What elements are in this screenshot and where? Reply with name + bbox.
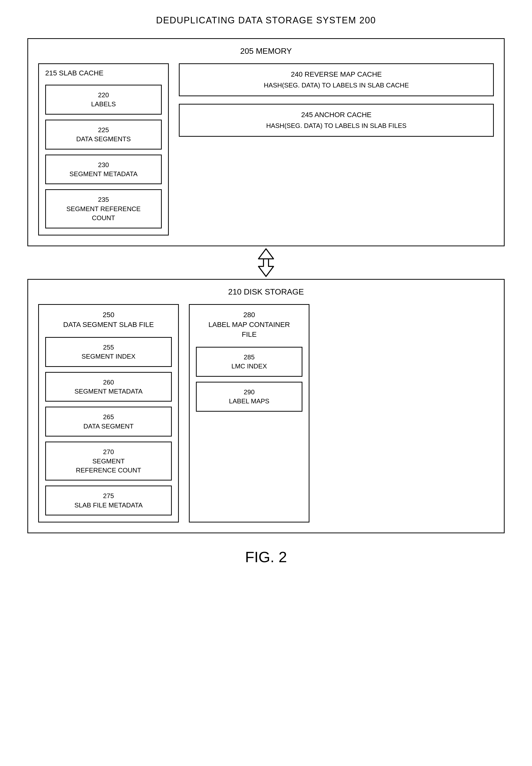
label-map-label: 280 LABEL MAP CONTAINER FILE: [196, 310, 302, 339]
label-map-box: 280 LABEL MAP CONTAINER FILE 285 LMC IND…: [189, 304, 309, 523]
slab-item-220: 220 LABELS: [45, 85, 162, 115]
bidirectional-arrow-icon: [251, 247, 281, 278]
anchor-cache-box: 245 ANCHOR CACHE HASH(SEG. DATA) TO LABE…: [179, 104, 494, 137]
right-caches: 240 REVERSE MAP CACHE HASH(SEG. DATA) TO…: [179, 63, 494, 235]
memory-label: 205 MEMORY: [38, 46, 494, 56]
disk-item-255-label: 255 SEGMENT INDEX: [52, 343, 165, 361]
disk-item-285-label: 285 LMC INDEX: [203, 352, 295, 371]
svg-marker-1: [258, 259, 274, 276]
disk-inner: 250 DATA SEGMENT SLAB FILE 255 SEGMENT I…: [38, 304, 494, 523]
disk-item-265: 265 DATA SEGMENT: [45, 407, 172, 437]
disk-item-260-label: 260 SEGMENT METADATA: [52, 378, 165, 396]
disk-item-265-label: 265 DATA SEGMENT: [52, 413, 165, 431]
anchor-cache-desc: HASH(SEG. DATA) TO LABELS IN SLAB FILES: [187, 122, 486, 130]
disk-item-255: 255 SEGMENT INDEX: [45, 337, 172, 367]
arrow-container: [27, 246, 505, 279]
reverse-map-cache-box: 240 REVERSE MAP CACHE HASH(SEG. DATA) TO…: [179, 63, 494, 96]
slab-item-225-label: 225 DATA SEGMENTS: [52, 125, 155, 144]
memory-inner: 215 SLAB CACHE 220 LABELS 225 DATA SEGME…: [38, 63, 494, 235]
slab-item-230: 230 SEGMENT METADATA: [45, 154, 162, 184]
memory-container: 205 MEMORY 215 SLAB CACHE 220 LABELS 225…: [27, 38, 505, 246]
page-title: DEDUPLICATING DATA STORAGE SYSTEM 200: [156, 15, 376, 26]
slab-item-235: 235 SEGMENT REFERENCE COUNT: [45, 189, 162, 228]
disk-item-270-label: 270 SEGMENT REFERENCE COUNT: [52, 447, 165, 475]
disk-item-260: 260 SEGMENT METADATA: [45, 372, 172, 402]
disk-item-290: 290 LABEL MAPS: [196, 382, 302, 412]
slab-item-235-label: 235 SEGMENT REFERENCE COUNT: [52, 195, 155, 222]
slab-item-225: 225 DATA SEGMENTS: [45, 120, 162, 149]
disk-item-270: 270 SEGMENT REFERENCE COUNT: [45, 442, 172, 481]
slab-item-230-label: 230 SEGMENT METADATA: [52, 160, 155, 179]
fig-label: FIG. 2: [245, 548, 287, 566]
disk-item-275: 275 SLAB FILE METADATA: [45, 486, 172, 516]
disk-container: 210 DISK STORAGE 250 DATA SEGMENT SLAB F…: [27, 279, 505, 534]
slab-cache-box: 215 SLAB CACHE 220 LABELS 225 DATA SEGME…: [38, 63, 169, 235]
disk-label: 210 DISK STORAGE: [38, 287, 494, 296]
data-segment-slab-label: 250 DATA SEGMENT SLAB FILE: [45, 310, 172, 329]
anchor-cache-title: 245 ANCHOR CACHE: [187, 111, 486, 119]
disk-item-275-label: 275 SLAB FILE METADATA: [52, 491, 165, 510]
slab-item-220-label: 220 LABELS: [52, 90, 155, 109]
reverse-map-cache-desc: HASH(SEG. DATA) TO LABELS IN SLAB CACHE: [187, 81, 486, 89]
data-segment-slab-box: 250 DATA SEGMENT SLAB FILE 255 SEGMENT I…: [38, 304, 179, 523]
slab-cache-label: 215 SLAB CACHE: [45, 69, 162, 77]
disk-item-285: 285 LMC INDEX: [196, 347, 302, 377]
disk-item-290-label: 290 LABEL MAPS: [203, 388, 295, 406]
reverse-map-cache-title: 240 REVERSE MAP CACHE: [187, 70, 486, 78]
